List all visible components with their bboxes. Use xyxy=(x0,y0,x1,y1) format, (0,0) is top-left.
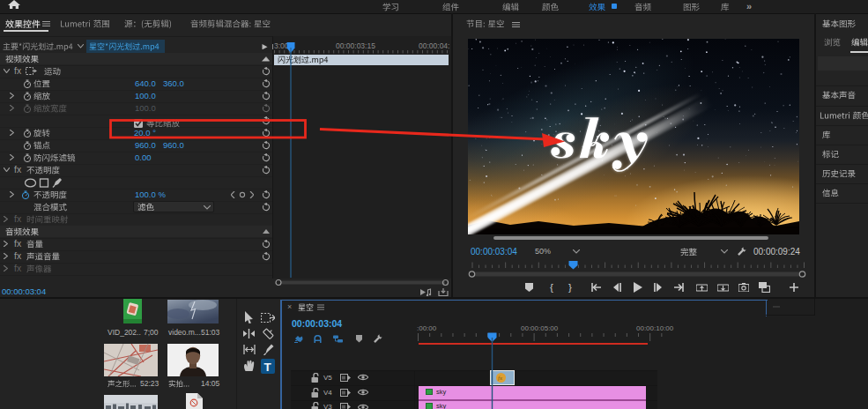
svg-text:fx: fx xyxy=(498,375,503,382)
